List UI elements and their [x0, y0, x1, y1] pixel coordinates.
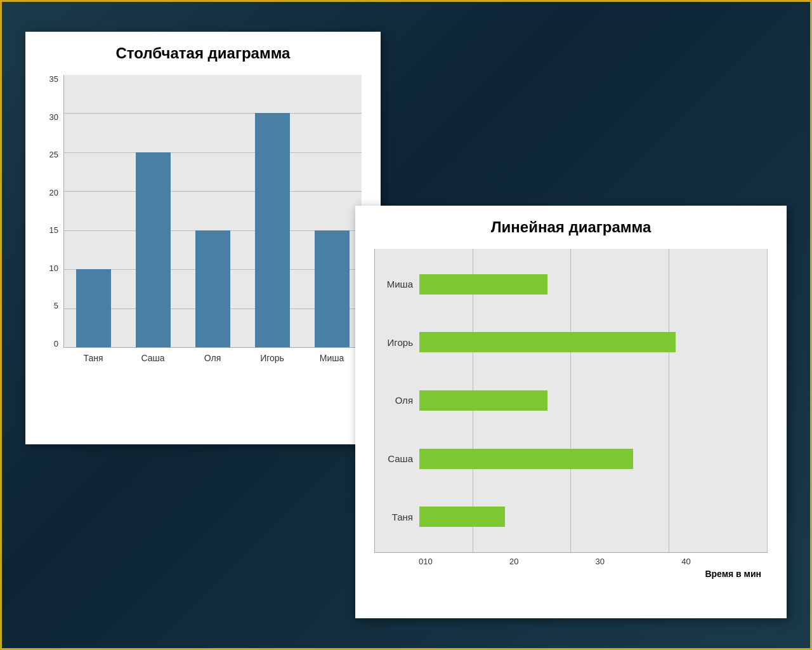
bar-column: [70, 75, 117, 347]
bar: [315, 230, 350, 347]
y-axis-label: 30: [49, 113, 58, 121]
x-axis-label: Саша: [129, 353, 176, 363]
slide-container: Столбчатая диаграмма 35302520151050 Таня…: [13, 13, 799, 637]
hbar: [419, 274, 547, 295]
hbar-x-unit: Время в мин: [374, 566, 768, 579]
bar: [255, 113, 290, 347]
hbar-row: Игорь: [375, 329, 761, 355]
linear-chart-card: Линейная диаграмма МишаИгорьОляСашаТаня …: [355, 206, 787, 618]
y-axis-label: 20: [49, 189, 58, 197]
y-axis-label: 5: [54, 302, 58, 310]
x-axis-label: Игорь: [249, 353, 296, 363]
y-axis-label: 35: [49, 75, 58, 83]
y-axis-label: 15: [49, 226, 58, 234]
bar-chart-main: ТаняСашаОляИгорьМиша: [63, 75, 362, 405]
bar: [195, 230, 230, 347]
y-axis-label: 0: [54, 340, 58, 348]
hbar: [419, 449, 633, 469]
hbar-row: Миша: [375, 272, 761, 297]
hbar-row: Таня: [375, 504, 761, 529]
bar-chart-y-axis: 35302520151050: [44, 75, 63, 348]
hbar-track: [419, 274, 761, 295]
hbar-x-label: 10: [423, 557, 509, 566]
y-axis-label: 10: [49, 264, 58, 272]
hbar-label: Миша: [375, 279, 419, 289]
y-axis-label: 25: [49, 150, 58, 159]
bar: [76, 269, 111, 347]
hbar-track: [419, 332, 761, 352]
hbar-row: Оля: [375, 388, 761, 413]
hbar-x-axis: 010203040: [374, 553, 768, 566]
bar-chart-area: 35302520151050 ТаняСашаОляИгорьМиша: [44, 75, 362, 405]
hbar-track: [419, 390, 761, 411]
hbar-label: Игорь: [375, 337, 419, 348]
bar-chart-card: Столбчатая диаграмма 35302520151050 Таня…: [25, 32, 381, 444]
hbar-x-label: 30: [596, 557, 682, 566]
x-labels: ТаняСашаОляИгорьМиша: [63, 348, 362, 363]
bar-column: [249, 75, 296, 347]
hbar-label: Оля: [375, 395, 419, 406]
x-axis-label: Таня: [70, 353, 117, 363]
x-axis-label: Миша: [308, 353, 355, 363]
bar-column: [308, 75, 355, 347]
bar-chart-title: Столбчатая диаграмма: [44, 44, 362, 62]
hbar-row: Саша: [375, 446, 761, 472]
linear-chart-title: Линейная диаграмма: [374, 218, 768, 236]
hbar-x-label: 0: [419, 557, 423, 566]
bar-column: [130, 75, 177, 347]
bars-plot: [63, 75, 362, 348]
hbar: [419, 332, 676, 352]
hbar-track: [419, 507, 761, 527]
linear-chart-area: МишаИгорьОляСашаТаня 010203040 Время в м…: [374, 249, 768, 579]
hbar-track: [419, 449, 761, 469]
hbar-x-label: 40: [681, 557, 768, 566]
hbar-plot: МишаИгорьОляСашаТаня: [374, 249, 768, 553]
hbar-x-label: 20: [509, 557, 596, 566]
hbar: [419, 390, 547, 411]
bar: [136, 152, 171, 347]
hbar-label: Таня: [375, 512, 419, 522]
bar-column: [190, 75, 237, 347]
x-axis-label: Оля: [189, 353, 236, 363]
hbar-label: Саша: [375, 453, 419, 464]
hbar: [419, 507, 505, 527]
